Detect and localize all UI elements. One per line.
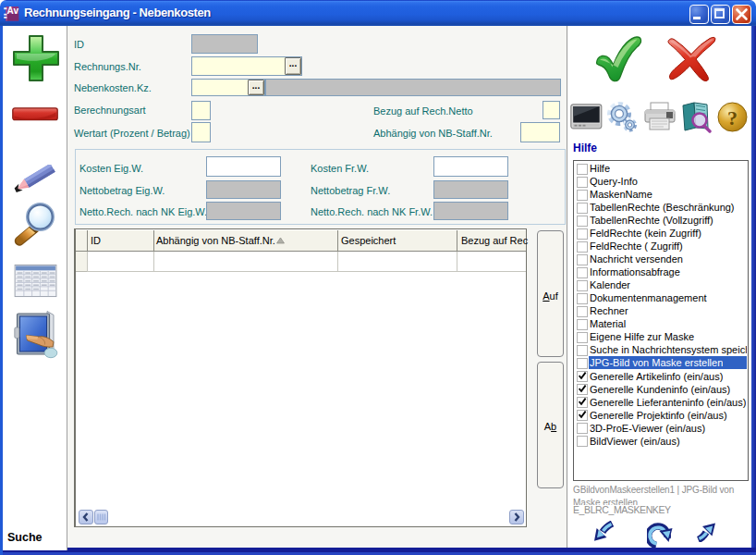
svg-text:?: ? bbox=[727, 106, 738, 130]
svg-text:Av: Av bbox=[7, 6, 19, 16]
